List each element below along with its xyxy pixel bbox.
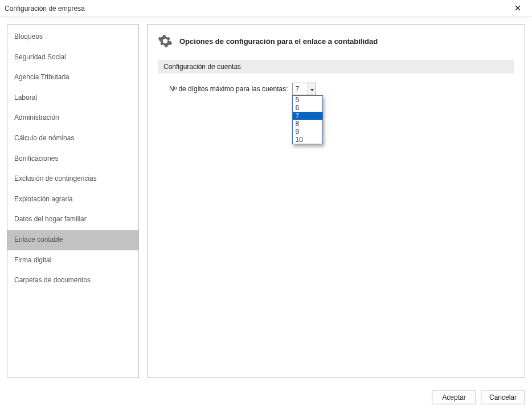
close-button[interactable] [508, 1, 527, 17]
workarea: BloqueosSeguridad SocialAgencia Tributar… [0, 17, 532, 385]
content-panel: Opciones de configuración para el enlace… [147, 24, 525, 378]
close-icon [515, 5, 521, 13]
sidebar-item-datos-hogar[interactable]: Datos del hogar familiar [7, 209, 138, 230]
sidebar-item-enlace-contable[interactable]: Enlace contable [7, 230, 138, 250]
digits-value: 7 [293, 83, 308, 95]
cancel-button[interactable]: Cancelar [481, 391, 525, 404]
gear-icon [158, 34, 173, 48]
digits-dropdown: 5678910 [292, 95, 323, 144]
combo-toggle[interactable] [308, 83, 316, 95]
dropdown-option[interactable]: 6 [293, 104, 322, 112]
dropdown-option[interactable]: 9 [293, 128, 322, 136]
titlebar: Configuración de empresa [0, 0, 532, 17]
digits-field-row: Nº de dígitos máximo para las cuentas: 7… [158, 83, 514, 95]
content-header: Opciones de configuración para el enlace… [158, 34, 514, 48]
dropdown-option[interactable]: 8 [293, 120, 322, 128]
section-title: Configuración de cuentas [158, 60, 514, 74]
sidebar-item-firma-digital[interactable]: Firma digital [7, 250, 138, 271]
digits-combobox[interactable]: 7 5678910 [292, 83, 316, 95]
sidebar-item-explotacion-agraria[interactable]: Explotación agraria [7, 189, 138, 210]
chevron-down-icon [310, 85, 314, 93]
sidebar-item-calculo-nominas[interactable]: Cálculo de nóminas [7, 128, 138, 149]
accept-button[interactable]: Aceptar [432, 391, 476, 404]
sidebar-item-exclusion-contingencias[interactable]: Exclusión de contingencias [7, 169, 138, 189]
digits-label: Nº de dígitos máximo para las cuentas: [169, 85, 288, 93]
sidebar-item-carpetas-documentos[interactable]: Carpetas de documentos [7, 270, 138, 291]
sidebar-item-laboral[interactable]: Laboral [7, 88, 138, 108]
footer: Aceptar Cancelar [0, 385, 532, 410]
sidebar-item-bonificaciones[interactable]: Bonificaciones [7, 149, 138, 169]
sidebar-item-bloqueos[interactable]: Bloqueos [7, 27, 138, 47]
dropdown-option[interactable]: 7 [293, 112, 322, 120]
window-title: Configuración de empresa [5, 5, 508, 13]
sidebar: BloqueosSeguridad SocialAgencia Tributar… [7, 24, 139, 378]
sidebar-item-agencia-tributaria[interactable]: Agencia Tributaria [7, 67, 138, 88]
page-title: Opciones de configuración para el enlace… [179, 37, 378, 46]
sidebar-item-seguridad-social[interactable]: Seguridad Social [7, 47, 138, 68]
dropdown-option[interactable]: 5 [293, 96, 322, 104]
dropdown-option[interactable]: 10 [293, 136, 322, 144]
sidebar-item-administracion[interactable]: Administración [7, 108, 138, 128]
